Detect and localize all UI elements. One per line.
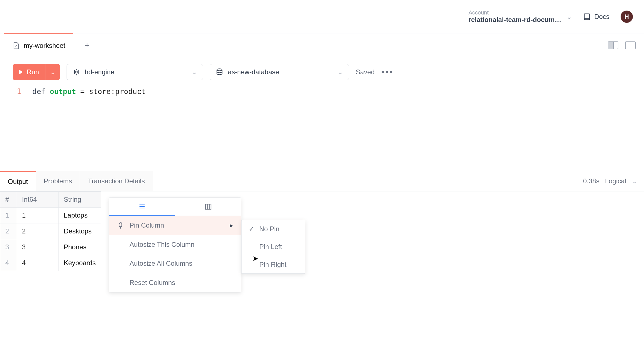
chevron-right-icon: ▸: [230, 221, 233, 229]
submenu-no-pin-label: No Pin: [259, 225, 279, 233]
play-icon: [19, 70, 23, 75]
worksheet-tab[interactable]: my-worksheet: [4, 33, 73, 57]
query-timing: 0.38s: [583, 177, 599, 185]
svg-rect-3: [75, 71, 77, 73]
results-grid: # Int64 String 11Laptops 22Desktops 33Ph…: [0, 191, 101, 271]
col-header-int64[interactable]: Int64: [17, 192, 59, 208]
pin-submenu: ✓ No Pin Pin Left Pin Right: [241, 220, 305, 274]
book-icon: [583, 13, 591, 21]
menu-autosize-all-label: Autosize All Columns: [130, 260, 192, 267]
columns-icon: [204, 203, 212, 211]
account-name: relationalai-team-rd-docum…: [469, 16, 561, 24]
docs-label: Docs: [594, 13, 609, 21]
svg-rect-14: [209, 204, 211, 210]
run-button[interactable]: Run ⌄: [13, 64, 60, 80]
layout-split-icon[interactable]: [608, 41, 618, 49]
more-menu[interactable]: •••: [381, 67, 394, 77]
code-editor[interactable]: 1 def output = store:product: [0, 85, 644, 98]
table-row[interactable]: 22Desktops: [0, 223, 101, 239]
run-dropdown[interactable]: ⌄: [45, 64, 60, 80]
worksheet-icon: [12, 42, 20, 50]
account-label: Account: [469, 9, 561, 16]
engine-selector[interactable]: hd-engine ⌄: [67, 64, 203, 80]
submenu-pin-left-label: Pin Left: [259, 243, 282, 251]
chevron-down-icon: ⌄: [566, 13, 572, 21]
table-row[interactable]: 44Keyboards: [0, 255, 101, 271]
menu-autosize-this[interactable]: Autosize This Column: [109, 235, 241, 254]
cpu-icon: [72, 68, 80, 76]
account-selector[interactable]: Account relationalai-team-rd-docum… ⌄: [469, 9, 572, 24]
menu-pin-column-label: Pin Column: [130, 221, 164, 229]
avatar[interactable]: H: [621, 11, 633, 23]
col-header-string[interactable]: String: [59, 192, 101, 208]
code-line: def output = store:product: [32, 87, 146, 96]
svg-rect-12: [205, 204, 207, 210]
submenu-no-pin[interactable]: ✓ No Pin: [242, 220, 305, 238]
menu-autosize-this-label: Autosize This Column: [130, 241, 194, 248]
results-tabs: Output Problems Transaction Details 0.38…: [0, 171, 644, 191]
line-number: 1: [13, 87, 21, 96]
chevron-down-icon[interactable]: ⌄: [632, 177, 637, 185]
tab-output[interactable]: Output: [0, 171, 36, 191]
database-name: as-new-database: [228, 68, 279, 76]
menu-reset-columns[interactable]: Reset Columns: [109, 273, 241, 292]
svg-rect-13: [207, 204, 209, 210]
engine-name: hd-engine: [85, 68, 114, 76]
chevron-down-icon: ⌄: [338, 68, 343, 76]
table-row[interactable]: 33Phones: [0, 239, 101, 255]
top-bar: Account relationalai-team-rd-docum… ⌄ Do…: [0, 0, 644, 33]
ctx-tab-columns[interactable]: [175, 198, 241, 216]
view-mode[interactable]: Logical: [605, 177, 626, 185]
tab-transaction-details[interactable]: Transaction Details: [80, 171, 153, 191]
new-tab-button[interactable]: +: [80, 38, 94, 52]
col-header-rownum[interactable]: #: [0, 192, 17, 208]
file-tabs-strip: my-worksheet +: [0, 33, 644, 57]
docs-link[interactable]: Docs: [583, 13, 609, 21]
menu-autosize-all[interactable]: Autosize All Columns: [109, 254, 241, 273]
toolbar: Run ⌄ hd-engine ⌄ as-new-database ⌄ Save…: [0, 57, 644, 85]
worksheet-tab-label: my-worksheet: [24, 42, 65, 50]
table-row[interactable]: 11Laptops: [0, 208, 101, 223]
ctx-tab-menu[interactable]: [109, 198, 175, 216]
svg-rect-2: [74, 70, 78, 74]
check-icon: ✓: [248, 225, 255, 233]
saved-status: Saved: [356, 68, 375, 76]
chevron-down-icon: ⌄: [192, 68, 197, 76]
database-icon: [216, 68, 223, 76]
run-label: Run: [27, 68, 39, 76]
layout-full-icon[interactable]: [625, 41, 636, 49]
hamburger-icon: [138, 203, 146, 210]
submenu-pin-right[interactable]: Pin Right: [242, 256, 305, 273]
svg-rect-0: [584, 14, 590, 19]
column-context-menu: Pin Column ▸ Autosize This Column Autosi…: [109, 198, 241, 292]
menu-pin-column[interactable]: Pin Column ▸: [109, 216, 241, 235]
pin-icon: [117, 221, 125, 229]
tab-problems[interactable]: Problems: [36, 171, 80, 191]
svg-point-8: [217, 69, 222, 71]
submenu-pin-right-label: Pin Right: [259, 261, 286, 268]
database-selector[interactable]: as-new-database ⌄: [210, 64, 349, 80]
menu-reset-columns-label: Reset Columns: [130, 279, 175, 287]
submenu-pin-left[interactable]: Pin Left: [242, 238, 305, 256]
